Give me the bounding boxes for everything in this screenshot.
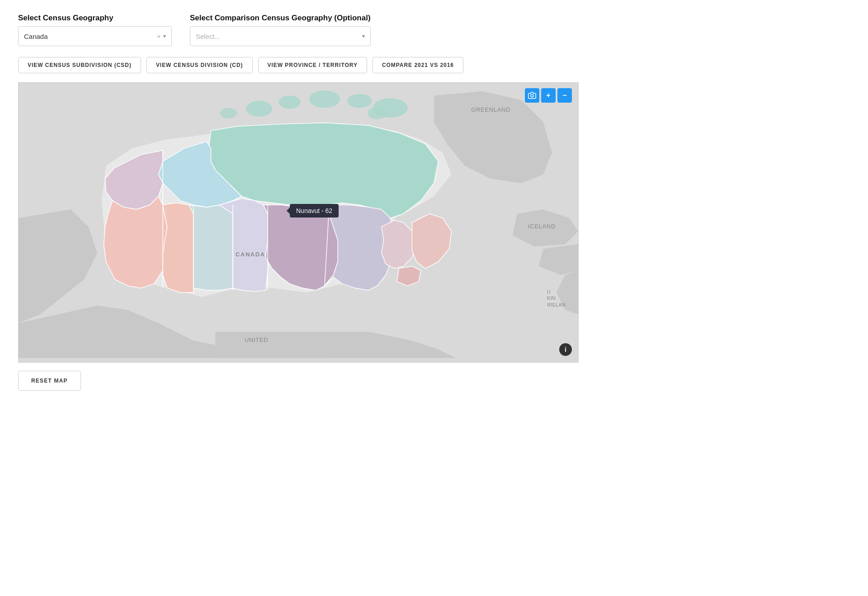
comparison-select-icons: ▾	[362, 33, 365, 39]
compare-button[interactable]: COMPARE 2021 VS 2016	[373, 57, 463, 73]
view-cd-button[interactable]: VIEW CENSUS DIVISION (CD)	[146, 57, 253, 73]
primary-select-value: Canada	[24, 33, 157, 40]
united-label: UNITED	[245, 336, 268, 343]
canada-label: CANADA	[236, 251, 265, 258]
clear-icon[interactable]: ×	[157, 33, 160, 40]
buttons-row: VIEW CENSUS SUBDIVISION (CSD) VIEW CENSU…	[18, 57, 579, 73]
reset-map-button[interactable]: RESET MAP	[18, 371, 81, 391]
comparison-select-box[interactable]: Select... ▾	[190, 26, 371, 46]
chevron-down-icon-comparison: ▾	[362, 33, 365, 39]
screenshot-button[interactable]	[525, 88, 539, 103]
svg-point-13	[531, 95, 533, 97]
view-province-territory-button[interactable]: VIEW PROVINCE / TERRITORY	[258, 57, 367, 73]
primary-selector-group: Select Census Geography Canada × ▾	[18, 14, 172, 46]
info-button[interactable]: i	[559, 343, 572, 356]
primary-selector-label: Select Census Geography	[18, 14, 172, 23]
greenland-label: GREENLAND	[471, 106, 510, 113]
map-tooltip: Nunavut - 62	[290, 204, 339, 218]
comparison-selector-group: Select Comparison Census Geography (Opti…	[190, 14, 371, 46]
chevron-down-icon: ▾	[163, 33, 166, 39]
map-svg	[19, 83, 578, 362]
primary-select-box[interactable]: Canada × ▾	[18, 26, 172, 46]
iceland-label: ICELAND	[528, 223, 556, 230]
zoom-out-button[interactable]: −	[557, 88, 572, 103]
primary-select-icons: × ▾	[157, 33, 166, 40]
map-container[interactable]: GREENLAND ICELAND CANADA UNITED UKINIREL…	[18, 82, 579, 363]
uk-label: UKINIRELAN	[547, 289, 566, 308]
selectors-row: Select Census Geography Canada × ▾ Selec…	[18, 14, 579, 46]
svg-point-1	[246, 101, 272, 117]
comparison-select-value: Select...	[196, 33, 362, 40]
comparison-selector-label: Select Comparison Census Geography (Opti…	[190, 14, 371, 23]
svg-point-4	[347, 94, 372, 108]
svg-point-2	[278, 96, 300, 109]
zoom-in-button[interactable]: +	[541, 88, 556, 103]
svg-point-6	[220, 108, 237, 118]
svg-point-7	[368, 107, 387, 119]
view-csd-button[interactable]: VIEW CENSUS SUBDIVISION (CSD)	[18, 57, 141, 73]
svg-point-3	[309, 90, 340, 108]
map-controls: + −	[525, 88, 572, 103]
